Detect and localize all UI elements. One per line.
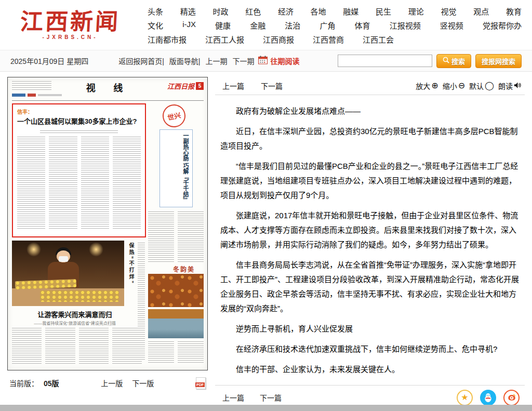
nav-item[interactable]: 文化: [148, 20, 163, 31]
nav-item[interactable]: 健康: [215, 20, 231, 31]
paper-section-title: 视 线: [69, 81, 147, 94]
reader-bottom-links: 上一篇 下一篇: [222, 392, 282, 403]
calendar-icon: [258, 56, 268, 66]
fake-text-column: [49, 137, 77, 230]
next-article-link[interactable]: 下一篇: [260, 392, 282, 403]
page-navigation: 当前版： 05版 上一版 下一版 PDF: [7, 376, 208, 390]
article-paragraph: 张建庭说，2017年信丰就开始和景旺电子接触，但由于企业对县里区位条件、物流成本…: [220, 208, 520, 252]
nav-item[interactable]: 观点: [473, 6, 489, 17]
nav-item[interactable]: 民生: [376, 6, 391, 17]
prev-article-link[interactable]: 上一篇: [222, 81, 244, 91]
fake-text-column: [113, 137, 141, 230]
paper-masthead-right: 江西日报 5: [167, 81, 204, 91]
nav-item[interactable]: 时政: [212, 6, 228, 17]
site-header: 江西新闻 -JXRBS.CN- 头条 精选 时政 红色 经济 各地 融媒 民生 …: [0, 0, 532, 50]
next-issue-link[interactable]: 下一期: [232, 56, 254, 66]
paper-masthead-info: [12, 81, 51, 90]
nav-item[interactable]: 江西工人报: [205, 34, 244, 45]
paper-photo-article-caption[interactable]: 让游客乘兴而来满意而归 ——我省持续深化“旅游诚信省”建设亮点扫描: [12, 309, 138, 326]
side-text-columns: [148, 341, 204, 364]
photo-article-subtitle: ——我省持续深化“旅游诚信省”建设亮点扫描: [12, 320, 138, 326]
nav-item[interactable]: 红色: [245, 6, 261, 17]
qq-share-icon[interactable]: [480, 390, 496, 406]
site-search-button[interactable]: 搜报网搜索: [475, 54, 522, 68]
nav-item[interactable]: 江报视频: [390, 20, 421, 31]
lake-photo[interactable]: [148, 309, 204, 338]
current-date: 2025年01月09日 星期四: [10, 56, 88, 66]
nav-item[interactable]: 理论: [408, 6, 424, 17]
prev-article-link[interactable]: 上一篇: [222, 392, 244, 403]
nav-item[interactable]: 经济: [278, 6, 294, 17]
autumn-trees-photo[interactable]: [148, 274, 204, 307]
nav-item[interactable]: 江南都市报: [148, 34, 187, 45]
nav-item[interactable]: 江西工会: [363, 34, 394, 45]
paper-photo-article[interactable]: [12, 241, 124, 306]
nav-item[interactable]: 江西商报: [263, 34, 294, 45]
zoom-out-button[interactable]: 缩小 ⊖: [443, 81, 465, 91]
paper-divider: [12, 100, 204, 101]
article-paragraph: 逆势而上寻新机，育人兴业促发展: [220, 322, 520, 336]
weibo-share-icon[interactable]: [503, 390, 520, 406]
nav-item[interactable]: 教育: [506, 6, 522, 17]
search-input[interactable]: [338, 55, 432, 67]
nav-item[interactable]: 视觉: [441, 6, 456, 17]
bottom-bar: [0, 405, 532, 411]
paper-name: 江西日报: [167, 81, 194, 91]
zoom-in-button[interactable]: 放大 ⊕: [416, 81, 438, 91]
reader-toolbar: 上一篇 下一篇 放大 ⊕ 缩小 ⊖ 默认 ◯ 朗读: [215, 77, 525, 95]
nav-row-2: 文化 i-JX 健康 金融 法治 广角 体育 江报视频 竖视频 党报帮你办: [148, 20, 522, 31]
pdf-icon-label: PDF: [195, 382, 205, 387]
nav-item[interactable]: 头条: [148, 6, 163, 17]
default-size-button[interactable]: 默认 ◯: [469, 81, 494, 91]
photo-side-caption: 保热“不打烊”: [127, 243, 135, 301]
nav-item[interactable]: 党报帮你办: [483, 20, 522, 31]
toolbar: 2025年01月09日 星期四 返回报网首页| 版面导航| 上一期 下一期 往期…: [0, 50, 532, 72]
nav-item[interactable]: 广角: [320, 20, 335, 31]
zoom-out-icon: ⊖: [458, 82, 465, 90]
nav-item[interactable]: 各地: [311, 6, 326, 17]
pdf-icon[interactable]: PDF: [196, 377, 206, 389]
fake-text-column: [112, 328, 142, 364]
page-directory-link[interactable]: 版面导航|: [169, 56, 201, 66]
search-button[interactable]: 搜索: [436, 54, 471, 68]
default-size-label: 默认: [469, 81, 484, 91]
fake-text-column: [17, 137, 45, 230]
paper-color-strip: [12, 94, 62, 97]
photo-person-mask: [59, 256, 68, 262]
article-body: 政府有为破解企业发展堵点难点—— 近日，在信丰深圳产业园，总投资约30亿元的景旺…: [215, 95, 525, 385]
prev-issue-link[interactable]: 上一期: [205, 56, 227, 66]
fake-text-column: [178, 211, 204, 262]
main-nav: 头条 精选 时政 红色 经济 各地 融媒 民生 理论 视觉 观点 教育 文化 i…: [148, 6, 522, 45]
nav-item[interactable]: 精选: [180, 6, 196, 17]
paper-page-number-badge: 5: [196, 82, 204, 90]
archive-link[interactable]: 往期阅读: [258, 56, 299, 66]
article-paragraph: 近日，在信丰深圳产业园，总投资约30亿元的景旺电子新建信丰高多层PCB智能制造项…: [220, 124, 520, 153]
nav-item[interactable]: 法治: [285, 20, 300, 31]
search-site-button-label: 搜报网搜索: [482, 56, 515, 66]
newspaper-page-image[interactable]: 视 线 江西日报 5 信丰： 一个山区县城何以聚集30多家上市企业?: [7, 77, 208, 370]
next-page-link[interactable]: 下一版: [132, 378, 154, 388]
default-size-icon: ◯: [485, 82, 494, 90]
paper-article-feature-highlighted[interactable]: 信丰： 一个山区县城何以聚集30多家上市企业?: [12, 103, 146, 237]
read-aloud-button[interactable]: 朗读: [498, 81, 522, 91]
side-text-columns: [148, 211, 204, 262]
nav-item[interactable]: i-JX: [182, 20, 196, 31]
photo-light: [26, 242, 41, 257]
article-paragraph: 信丰的干部、企业家认为，未来发展关键在人。: [220, 362, 520, 377]
fake-text-column: [79, 328, 109, 364]
site-logo[interactable]: 江西新闻 -JXRBS.CN-: [8, 10, 132, 40]
article-paragraph: 在经济承压和技术迭代加速双重挑战下，信丰如何继续逆势而上、危中寻机?: [220, 342, 520, 356]
next-article-link[interactable]: 下一篇: [261, 81, 283, 91]
article-paragraph: 政府有为破解企业发展堵点难点——: [220, 104, 520, 118]
nav-item[interactable]: 融媒: [343, 6, 358, 17]
nav-item[interactable]: 竖视频: [440, 20, 463, 31]
nav-item[interactable]: 体育: [355, 20, 370, 31]
back-home-link[interactable]: 返回报网首页|: [118, 56, 164, 66]
nav-item[interactable]: 江西营商: [313, 34, 344, 45]
speaker-icon: [514, 82, 522, 90]
favorite-star-icon[interactable]: ★: [457, 390, 473, 406]
prev-page-link[interactable]: 上一版: [101, 378, 123, 388]
nav-item[interactable]: 金融: [250, 20, 265, 31]
reader-controls: 放大 ⊕ 缩小 ⊖ 默认 ◯ 朗读: [416, 81, 522, 91]
paper-side-article[interactable]: 一副热心肠 巧解『千千结』: [159, 129, 193, 207]
